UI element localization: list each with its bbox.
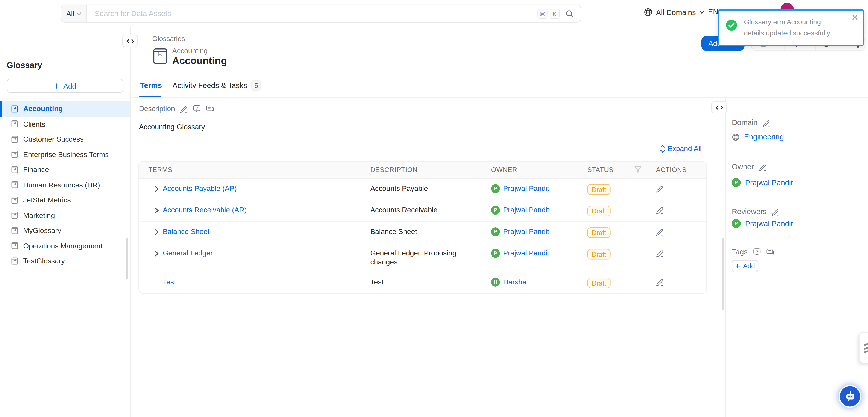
col-status: STATUS bbox=[587, 162, 654, 178]
breadcrumb[interactable]: Glossaries bbox=[152, 35, 185, 42]
add-tag-label: Add bbox=[743, 262, 755, 270]
book-icon bbox=[11, 151, 19, 158]
reviewer-link[interactable]: Prajwal Pandit bbox=[745, 219, 793, 228]
term-description: Balance Sheet bbox=[370, 227, 417, 236]
tab-terms[interactable]: Terms bbox=[140, 81, 162, 90]
edit-term-icon[interactable] bbox=[656, 249, 664, 257]
sidebar-item-myglossary[interactable]: MyGlossary bbox=[0, 223, 130, 238]
edit-owner-icon[interactable] bbox=[759, 163, 767, 171]
book-icon bbox=[11, 257, 19, 265]
expand-row-icon[interactable] bbox=[155, 186, 159, 192]
sidebar-divider bbox=[130, 27, 131, 417]
request-description-icon[interactable]: ? bbox=[193, 104, 201, 113]
tab-activity-feeds[interactable]: Activity Feeds & Tasks 5 bbox=[173, 80, 261, 91]
owner-label: Owner bbox=[732, 163, 754, 171]
sidebar-item-finance[interactable]: Finance bbox=[0, 162, 130, 178]
code-collapse-icon bbox=[126, 38, 134, 43]
sidebar-item-jetstat-metrics[interactable]: JetStat Metrics bbox=[0, 192, 130, 207]
sidebar-item-customer-success[interactable]: Customer Success bbox=[0, 132, 130, 147]
request-tags-icon[interactable]: ? bbox=[752, 248, 761, 256]
expand-row-icon[interactable] bbox=[155, 251, 159, 257]
sidebar-item-human-resources[interactable]: Human Resources (HR) bbox=[0, 178, 130, 193]
sidebar-item-accounting[interactable]: Accounting bbox=[0, 101, 130, 117]
tag-comments-icon[interactable] bbox=[766, 248, 774, 256]
svg-text:?: ? bbox=[196, 106, 198, 110]
owner-link[interactable]: Prajwal Pandit bbox=[503, 184, 549, 193]
tab-terms-label: Terms bbox=[140, 81, 162, 90]
edit-description-icon[interactable] bbox=[180, 105, 188, 113]
edit-domain-icon[interactable] bbox=[763, 119, 770, 126]
edit-term-icon[interactable] bbox=[656, 227, 664, 236]
edit-term-icon[interactable] bbox=[656, 184, 664, 193]
owner-link[interactable]: Prajwal Pandit bbox=[503, 249, 549, 257]
sidebar-item-operations-management[interactable]: Operations Management bbox=[0, 238, 130, 253]
book-icon bbox=[11, 135, 19, 143]
term-link[interactable]: Accounts Payable (AP) bbox=[163, 184, 237, 193]
col-description: DESCRIPTION bbox=[370, 162, 491, 178]
col-owner: OWNER bbox=[491, 162, 587, 178]
reviewer-avatar: P bbox=[732, 219, 741, 228]
sidebar-item-label: Human Resources (HR) bbox=[23, 181, 100, 189]
book-icon bbox=[11, 105, 19, 113]
right-panel-scrollbar[interactable] bbox=[722, 238, 724, 310]
search-scope-dropdown[interactable]: All bbox=[61, 5, 87, 22]
sidebar-item-label: TestGlossary bbox=[23, 257, 65, 265]
sidebar-collapse-button[interactable] bbox=[122, 35, 138, 47]
term-description: Test bbox=[370, 278, 383, 287]
search-scope-value: All bbox=[66, 9, 74, 18]
book-icon bbox=[11, 227, 19, 234]
owner-link[interactable]: Harsha bbox=[503, 278, 526, 286]
code-collapse-icon bbox=[715, 105, 723, 110]
book-icon bbox=[11, 181, 19, 189]
sidebar-item-label: MyGlossary bbox=[23, 226, 61, 235]
comments-icon[interactable] bbox=[206, 104, 214, 113]
edit-term-icon[interactable] bbox=[656, 278, 664, 286]
sidebar-item-label: Operations Management bbox=[23, 242, 102, 250]
add-glossary-label: Add bbox=[63, 82, 76, 90]
svg-text:?: ? bbox=[756, 250, 758, 254]
reviewer-value[interactable]: P Prajwal Pandit bbox=[732, 219, 793, 228]
table-body: Accounts Payable (AP) Accounts Payable P… bbox=[139, 179, 706, 293]
close-icon[interactable] bbox=[852, 14, 858, 20]
owner-link[interactable]: Prajwal Pandit bbox=[503, 206, 549, 214]
sidebar-item-enterprise-business-terms[interactable]: Enterprise Business Terms bbox=[0, 147, 130, 162]
expand-all-button[interactable]: Expand All bbox=[660, 145, 702, 153]
edge-drawer-handle[interactable] bbox=[859, 332, 868, 363]
sidebar-scrollbar[interactable] bbox=[126, 238, 128, 279]
sidebar-item-testglossary[interactable]: TestGlossary bbox=[0, 253, 130, 268]
edit-reviewers-icon[interactable] bbox=[772, 207, 779, 215]
right-panel-collapse-button[interactable] bbox=[711, 101, 727, 114]
term-link[interactable]: Accounts Receivable (AR) bbox=[163, 206, 247, 214]
sidebar-item-clients[interactable]: Clients bbox=[0, 117, 130, 132]
add-glossary-button[interactable]: Add bbox=[7, 78, 123, 93]
all-domains-dropdown[interactable]: All Domains bbox=[644, 8, 705, 17]
term-description: General Ledger. Proposing changes bbox=[370, 249, 478, 267]
status-badge: Draft bbox=[587, 184, 611, 195]
expand-row-icon[interactable] bbox=[155, 207, 159, 214]
search-icon[interactable] bbox=[565, 9, 574, 18]
all-domains-label: All Domains bbox=[656, 8, 696, 16]
search-input[interactable] bbox=[87, 9, 537, 18]
table-row: Accounts Payable (AP) Accounts Payable P… bbox=[139, 179, 706, 200]
term-link[interactable]: General Ledger bbox=[163, 249, 213, 257]
sidebar-item-marketing[interactable]: Marketing bbox=[0, 207, 130, 223]
domain-link[interactable]: Engineering bbox=[744, 133, 784, 141]
sidebar-item-label: Marketing bbox=[23, 211, 55, 220]
add-tag-button[interactable]: Add bbox=[732, 260, 758, 272]
domain-value[interactable]: Engineering bbox=[732, 133, 784, 141]
owner-link[interactable]: Prajwal Pandit bbox=[745, 179, 793, 187]
owner-value[interactable]: P Prajwal Pandit bbox=[732, 178, 793, 187]
filter-icon[interactable] bbox=[634, 166, 642, 173]
owner-avatar: P bbox=[491, 206, 500, 215]
glossary-sidebar: Glossary Add Accounting Clients Customer… bbox=[0, 27, 130, 417]
term-link[interactable]: Test bbox=[163, 278, 176, 286]
sidebar-item-label: Clients bbox=[23, 120, 45, 128]
status-badge: Draft bbox=[587, 278, 611, 288]
edit-term-icon[interactable] bbox=[656, 206, 664, 214]
success-check-icon bbox=[726, 19, 737, 31]
expand-row-icon[interactable] bbox=[155, 229, 159, 235]
term-link[interactable]: Balance Sheet bbox=[163, 227, 210, 236]
chatbot-button[interactable] bbox=[839, 385, 861, 408]
book-icon bbox=[11, 212, 19, 219]
owner-link[interactable]: Prajwal Pandit bbox=[503, 227, 549, 236]
